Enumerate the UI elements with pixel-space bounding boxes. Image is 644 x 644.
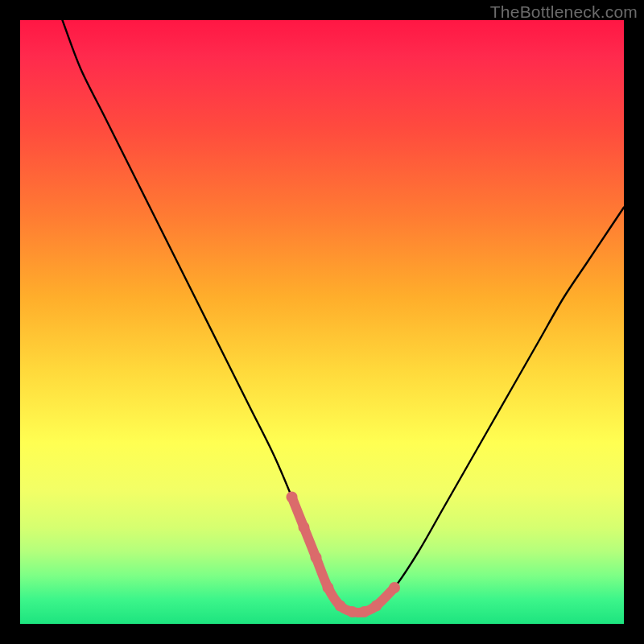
plot-area bbox=[20, 20, 624, 624]
highlight-marker-dot bbox=[389, 582, 400, 593]
highlight-marker-dot bbox=[323, 582, 334, 593]
highlight-marker-dot bbox=[335, 601, 346, 612]
highlight-marker-dot bbox=[347, 606, 358, 617]
highlight-marker-dot bbox=[299, 522, 310, 533]
highlight-marker-dot bbox=[359, 606, 370, 617]
curve-layer bbox=[20, 20, 624, 624]
highlight-marker-dot bbox=[287, 492, 298, 503]
watermark-text: TheBottleneck.com bbox=[490, 2, 638, 22]
highlight-segment bbox=[292, 497, 395, 613]
highlight-marker-dot bbox=[311, 552, 322, 564]
highlight-marker-dot bbox=[371, 601, 382, 612]
chart-frame: TheBottleneck.com bbox=[0, 0, 644, 644]
bottleneck-curve bbox=[63, 20, 625, 613]
